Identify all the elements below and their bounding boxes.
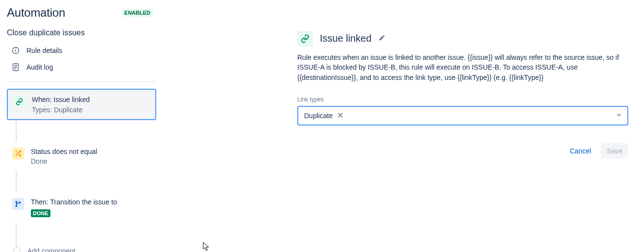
editor-description: Rule executes when an issue is linked to… [297, 52, 628, 82]
rule-chain: When: Issue linked Types: Duplicate Stat… [7, 89, 156, 252]
chevron-down-icon[interactable] [616, 111, 622, 120]
link-icon [297, 31, 313, 47]
left-panel: Automation ENABLED Close duplicate issue… [7, 6, 156, 252]
circle-icon [13, 247, 21, 252]
link-types-select[interactable]: Duplicate [297, 106, 628, 126]
editor-title: Issue linked [320, 33, 372, 44]
svg-rect-1 [15, 50, 16, 52]
info-icon [12, 47, 20, 54]
tag-duplicate: Duplicate [301, 111, 346, 121]
add-component-label: Add component [27, 247, 75, 252]
step-condition[interactable]: Status does not equal Done [7, 142, 156, 171]
step-trigger[interactable]: When: Issue linked Types: Duplicate [7, 89, 156, 120]
done-lozenge: DONE [31, 209, 50, 217]
tag-label: Duplicate [304, 112, 333, 120]
remove-tag-icon[interactable] [335, 112, 345, 120]
step-title: When: Issue linked [32, 95, 90, 105]
step-action[interactable]: Then: Transition the issue to DONE [7, 192, 156, 223]
nav-label: Rule details [26, 47, 62, 54]
step-subtitle: Types: Duplicate [32, 106, 90, 114]
step-subtitle: Done [31, 157, 97, 165]
log-icon [12, 63, 20, 71]
pencil-icon[interactable] [379, 34, 385, 43]
save-button[interactable]: Save [601, 143, 628, 159]
page-title: Automation [7, 6, 65, 20]
nav-label: Audit log [26, 63, 53, 71]
rule-name: Close duplicate issues [7, 28, 156, 37]
link-icon [13, 96, 25, 107]
link-types-label: Link types [297, 96, 628, 103]
right-panel: Issue linked Rule executes when an issue… [297, 6, 637, 252]
branch-icon [12, 198, 24, 210]
step-title: Status does not equal [31, 147, 97, 157]
editor-header: Issue linked [297, 30, 628, 47]
add-component[interactable]: Add component [7, 244, 156, 252]
page-header: Automation ENABLED [7, 6, 156, 20]
svg-rect-2 [15, 49, 16, 49]
shuffle-icon [12, 148, 24, 159]
nav-audit-log[interactable]: Audit log [7, 59, 156, 76]
svg-line-9 [16, 151, 17, 152]
nav-rule-details[interactable]: Rule details [7, 42, 156, 59]
connector-line [16, 117, 17, 248]
status-badge-enabled: ENABLED [121, 9, 153, 17]
step-title: Then: Transition the issue to [31, 198, 117, 207]
cancel-button[interactable]: Cancel [564, 143, 597, 159]
divider [7, 81, 156, 82]
editor-buttons: Cancel Save [297, 143, 628, 159]
